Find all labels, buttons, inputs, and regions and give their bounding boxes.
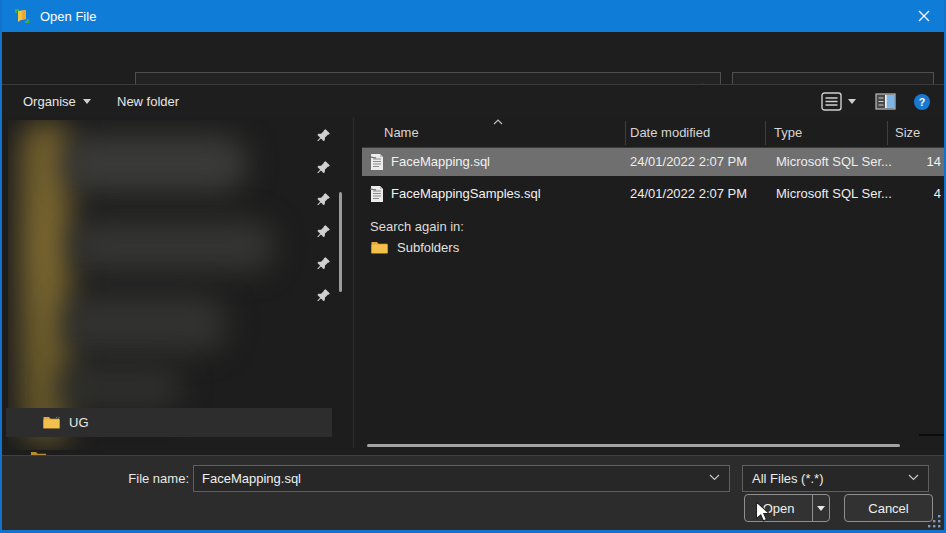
column-divider[interactable] <box>887 121 888 145</box>
subfolders-label: Subfolders <box>397 240 459 255</box>
file-type-value: All Files (*.*) <box>752 471 824 486</box>
open-split-dropdown[interactable] <box>812 495 829 522</box>
column-header-type[interactable]: Type <box>774 125 802 140</box>
pin-icon[interactable] <box>316 160 331 175</box>
chevron-down-icon <box>83 99 91 104</box>
column-header-date[interactable]: Date modified <box>630 125 710 140</box>
file-row[interactable]: FaceMapping.sql 24/01/2022 2:07 PM Micro… <box>362 148 946 176</box>
subfolders-link[interactable]: Subfolders <box>370 240 459 255</box>
sql-file-icon <box>369 153 385 171</box>
cancel-button[interactable]: Cancel <box>844 494 933 522</box>
organise-label: Organise <box>23 94 76 109</box>
pin-icon[interactable] <box>316 224 331 239</box>
open-file-dialog: Open File ← → ↑ « Development_Projects ›… <box>0 0 946 533</box>
new-folder-label: New folder <box>117 94 179 109</box>
svg-text:?: ? <box>919 95 925 107</box>
folder-icon <box>42 415 61 430</box>
file-name: FaceMappingSamples.sql <box>391 186 541 201</box>
column-header-name[interactable]: Name <box>384 125 419 140</box>
list-view-icon <box>821 92 842 111</box>
sidebar-item-ug[interactable]: UG <box>6 408 332 437</box>
chevron-down-icon <box>908 474 919 481</box>
new-folder-button[interactable]: New folder <box>117 85 179 118</box>
folder-icon <box>370 240 389 255</box>
file-name-combobox[interactable] <box>193 465 730 492</box>
close-icon <box>918 10 930 22</box>
organise-button[interactable]: Organise <box>23 85 91 118</box>
file-list: Name Date modified Type Size FaceMapping… <box>362 118 944 455</box>
sidebar-scrollbar[interactable] <box>339 192 342 292</box>
file-date: 24/01/2022 2:07 PM <box>630 154 747 169</box>
column-header-size[interactable]: Size <box>895 125 920 140</box>
sql-file-icon <box>369 185 385 203</box>
file-date: 24/01/2022 2:07 PM <box>630 186 747 201</box>
sidebar-item-label: UG <box>69 415 89 430</box>
column-divider[interactable] <box>765 121 766 145</box>
navigation-pane[interactable]: UG <box>2 118 354 455</box>
file-type: Microsoft SQL Ser... <box>776 154 892 169</box>
preview-pane-icon <box>875 93 896 110</box>
pane-divider <box>353 118 354 448</box>
cancel-button-label: Cancel <box>868 501 908 516</box>
pin-icon[interactable] <box>316 192 331 207</box>
resize-grip[interactable] <box>928 515 941 528</box>
column-divider[interactable] <box>625 121 626 145</box>
footer-panel: File name: All Files (*.*) Open Cancel <box>2 455 944 531</box>
pin-icon[interactable] <box>316 256 331 271</box>
app-icon <box>14 8 30 24</box>
content-area: UG Name Date modified Type Size <box>2 118 944 455</box>
file-size: 4 <box>934 186 941 201</box>
help-button[interactable]: ? <box>913 85 931 118</box>
view-options-button[interactable] <box>848 85 856 118</box>
file-name-label: File name: <box>102 471 189 486</box>
file-type-dropdown[interactable]: All Files (*.*) <box>742 465 929 492</box>
chevron-down-icon[interactable] <box>709 474 720 481</box>
window-title: Open File <box>40 9 96 24</box>
horizontal-scrollbar[interactable] <box>367 444 900 447</box>
file-size: 14 <box>927 154 941 169</box>
command-toolbar: Organise New folder ? <box>2 84 944 118</box>
help-icon: ? <box>913 93 931 111</box>
file-row[interactable]: FaceMappingSamples.sql 24/01/2022 2:07 P… <box>362 180 946 208</box>
search-again-label: Search again in: <box>370 219 464 234</box>
sidebar-blurred-items <box>8 120 308 450</box>
file-name: FaceMapping.sql <box>391 154 490 169</box>
navigation-row: ← → ↑ « Development_Projects › Mapper › … <box>2 32 944 84</box>
chevron-down-icon <box>848 99 856 104</box>
close-button[interactable] <box>902 0 946 32</box>
pin-icon[interactable] <box>316 128 331 143</box>
pin-icon[interactable] <box>316 288 331 303</box>
file-name-input[interactable] <box>194 470 674 487</box>
chevron-down-icon <box>817 506 825 511</box>
scrollbar-track-end <box>919 434 946 436</box>
title-bar[interactable]: Open File <box>0 0 946 32</box>
sort-ascending-icon <box>493 119 503 125</box>
column-headers: Name Date modified Type Size <box>362 118 946 148</box>
file-type: Microsoft SQL Ser... <box>776 186 892 201</box>
view-mode-button[interactable] <box>821 85 842 118</box>
preview-pane-button[interactable] <box>875 85 896 118</box>
mouse-cursor <box>755 501 775 523</box>
